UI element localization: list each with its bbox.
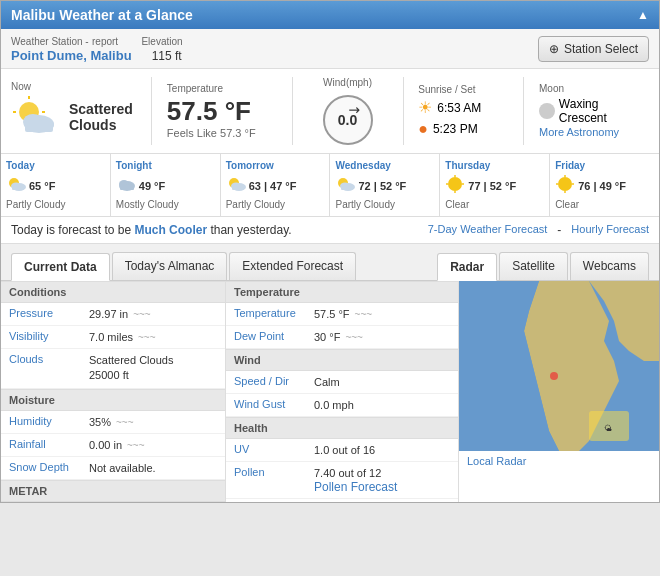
local-radar-link[interactable]: Local Radar	[459, 451, 659, 471]
row-value-group: 0.0 mph	[314, 398, 354, 412]
forecast-temp: 63 | 47 °F	[249, 180, 297, 192]
forecast-day-thursday[interactable]: Thursday 77 | 52 °F Clear	[440, 154, 550, 216]
elevation-label: Elevation	[141, 36, 182, 47]
tab-radar[interactable]: Radar	[437, 253, 497, 281]
station-name: Point Dume, Malibu	[11, 48, 132, 63]
row-label: Pressure	[9, 307, 89, 321]
data-row-rainfall: Rainfall0.00 in~~~	[1, 434, 225, 457]
forecast-day-friday[interactable]: Friday 76 | 49 °F Clear	[550, 154, 659, 216]
forecast-weather-icon	[6, 174, 26, 197]
station-select-button[interactable]: ⊕ Station Select	[538, 36, 649, 62]
forecast-day-label: Tonight	[116, 160, 215, 171]
forecast-desc: Clear	[445, 199, 544, 210]
squiggle: ~~~	[116, 417, 134, 428]
row-label: Speed / Dir	[234, 375, 314, 389]
moisture-rows: Humidity35%~~~Rainfall0.00 in~~~Snow Dep…	[1, 411, 225, 480]
row-value: 7.40 out of 12	[314, 467, 381, 479]
station-info: Weather Station - report Elevation Point…	[11, 34, 183, 63]
hourly-forecast-link[interactable]: Hourly Forecast	[571, 223, 649, 237]
divider-2	[292, 77, 293, 145]
row-value: 30 °F	[314, 331, 340, 343]
row-label: Pollen	[234, 466, 314, 494]
row-value: 1.0 out of 16	[314, 444, 375, 456]
radar-map[interactable]: 🌤	[459, 281, 659, 451]
data-row-uv: UV1.0 out of 16	[226, 439, 458, 462]
row-value-group: 57.5 °F~~~	[314, 307, 372, 321]
forecast-desc: Mostly Cloudy	[116, 199, 215, 210]
data-row-visibility: Visibility7.0 miles~~~	[1, 326, 225, 349]
forecast-weather-icon	[116, 174, 136, 197]
data-row-clouds: CloudsScattered Clouds25000 ft	[1, 349, 225, 389]
forecast-icon-row: 49 °F	[116, 174, 215, 197]
more-astronomy-link[interactable]: More Astronomy	[539, 126, 619, 138]
tab-current-data[interactable]: Current Data	[11, 253, 110, 281]
station-report-link[interactable]: report	[92, 36, 118, 47]
forecast-icon-row: 65 °F	[6, 174, 105, 197]
row-value: Calm	[314, 376, 340, 388]
tabs-row: Current DataToday's AlmanacExtended Fore…	[1, 244, 659, 281]
health-header: Health	[226, 417, 458, 439]
7-day-forecast-link[interactable]: 7-Day Weather Forecast	[428, 223, 548, 237]
forecast-temp: 77 | 52 °F	[468, 180, 516, 192]
weather-widget: Malibu Weather at a Glance ▲ Weather Sta…	[0, 0, 660, 503]
squiggle: ~~~	[345, 332, 363, 343]
row-label: Visibility	[9, 330, 89, 344]
forecast-message-text: Today is forecast to be Much Cooler than…	[11, 223, 292, 237]
squiggle: ~~~	[355, 309, 373, 320]
forecast-weather-icon	[335, 174, 355, 197]
data-row-snow-depth: Snow DepthNot available.	[1, 457, 225, 480]
forecast-day-wednesday[interactable]: Wednesday 72 | 52 °F Partly Cloudy	[330, 154, 440, 216]
widget-title: Malibu Weather at a Glance	[11, 7, 193, 23]
moon-phase-icon	[539, 103, 555, 119]
right-tabs: RadarSatelliteWebcams	[437, 252, 649, 280]
svg-rect-16	[120, 185, 134, 190]
much-cooler-text: Much Cooler	[134, 223, 207, 237]
tab-webcams[interactable]: Webcams	[570, 252, 649, 280]
station-bar: Weather Station - report Elevation Point…	[1, 29, 659, 69]
row-label: Humidity	[9, 415, 89, 429]
right-panel: Temperature Temperature57.5 °F~~~Dew Poi…	[226, 281, 459, 502]
current-temp: 57.5 °F	[167, 96, 277, 127]
sunrise-icon: ☀	[418, 98, 432, 117]
station-select-label: Station Select	[564, 42, 638, 56]
svg-point-30	[558, 177, 572, 191]
forecast-day-tomorrow[interactable]: Tomorrow 63 | 47 °F Partly Cloudy	[221, 154, 331, 216]
temperature-rows: Temperature57.5 °F~~~Dew Point30 °F~~~	[226, 303, 458, 349]
wind-dial: ↗ 0.0	[323, 95, 373, 145]
current-conditions: Now	[1, 69, 659, 154]
main-content: Conditions Pressure29.97 in~~~Visibility…	[1, 281, 659, 502]
svg-rect-12	[12, 186, 24, 190]
forecast-day-today[interactable]: Today 65 °F Partly Cloudy	[1, 154, 111, 216]
forecast-day-label: Tomorrow	[226, 160, 325, 171]
svg-point-36	[550, 372, 558, 380]
forecast-weather-icon	[226, 174, 246, 197]
forecast-icon-row: 63 | 47 °F	[226, 174, 325, 197]
tab-satellite[interactable]: Satellite	[499, 252, 568, 280]
row-value: 29.97 in	[89, 308, 128, 320]
pollen-forecast-link[interactable]: Pollen Forecast	[314, 480, 397, 494]
squiggle: ~~~	[133, 309, 151, 320]
now-label: Now	[11, 81, 31, 92]
svg-rect-20	[232, 186, 244, 190]
sunrise-time: 6:53 AM	[437, 101, 481, 115]
divider-3	[403, 77, 404, 145]
tab-extended-forecast[interactable]: Extended Forecast	[229, 252, 356, 280]
divider-1	[151, 77, 152, 145]
forecast-weather-icon	[555, 174, 575, 197]
squiggle: ~~~	[138, 332, 156, 343]
row-value-group: 35%~~~	[89, 415, 134, 429]
tab-todays-almanac[interactable]: Today's Almanac	[112, 252, 228, 280]
row-value: 0.0 mph	[314, 399, 354, 411]
sunrise-label: Sunrise / Set	[418, 84, 508, 95]
svg-text:🌤: 🌤	[604, 424, 612, 433]
data-row-pollen: Pollen7.40 out of 12Pollen Forecast	[226, 462, 458, 499]
header-arrow[interactable]: ▲	[637, 8, 649, 22]
map-panel: 🌤 Local Radar	[459, 281, 659, 502]
row-value-group: Calm	[314, 375, 340, 389]
wind-section: Wind(mph) ↗ 0.0	[308, 77, 388, 145]
svg-rect-24	[341, 186, 353, 190]
widget-header: Malibu Weather at a Glance ▲	[1, 1, 659, 29]
data-row-wind-gust: Wind Gust0.0 mph	[226, 394, 458, 417]
row-value: 57.5 °F	[314, 308, 350, 320]
forecast-day-tonight[interactable]: Tonight 49 °F Mostly Cloudy	[111, 154, 221, 216]
